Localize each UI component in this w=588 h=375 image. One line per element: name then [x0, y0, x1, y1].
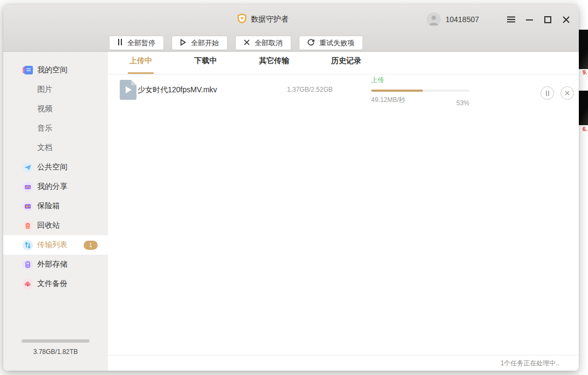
status-bar: 1个任务正在处理中..: [108, 355, 579, 371]
progress-bar-fill: [371, 90, 423, 92]
sidebar-item-label: 公共空间: [37, 162, 67, 172]
sidebar-item-my-share[interactable]: 我的分享: [3, 177, 108, 196]
retry-failed-icon: [307, 39, 314, 47]
user-id: 10418507: [446, 15, 479, 24]
storage-summary: 3.78GB/1.82TB: [3, 339, 108, 356]
maximize-icon[interactable]: [544, 16, 552, 24]
close-icon[interactable]: [562, 16, 570, 24]
sidebar-item-videos[interactable]: 视频: [3, 99, 108, 119]
progress-bar-track: [371, 90, 469, 92]
file-size: 1.37GB/2.52GB: [287, 86, 333, 93]
sidebar-item-label: 回收站: [37, 221, 60, 230]
my-share-icon: [23, 182, 33, 192]
storage-usage-bar: [22, 339, 90, 343]
transfer-speed: 49.12MB/秒: [371, 96, 469, 105]
background-label: 9.: [583, 69, 587, 76]
user-avatar[interactable]: [427, 12, 441, 26]
sidebar-item-label: 音乐: [37, 124, 52, 133]
pause-all-icon: [118, 39, 122, 47]
sidebar-item-label: 传输列表: [37, 240, 67, 250]
desktop: 9. 6. 数据守护者: [0, 0, 588, 375]
tab-downloading[interactable]: 下载中: [193, 56, 218, 74]
sidebar-item-recycle-bin[interactable]: 回收站: [3, 216, 108, 235]
minimize-icon[interactable]: [525, 16, 534, 24]
sidebar-item-label: 文档: [37, 143, 52, 153]
sidebar-item-public-space[interactable]: 公共空间: [3, 158, 108, 177]
transfer-direction-label: 上传: [371, 76, 469, 85]
sidebar-item-label: 图片: [37, 85, 52, 94]
public-space-icon: [23, 162, 33, 173]
file-name: 少女时代120fpsMV.mkv: [138, 85, 217, 95]
cancel-all-icon: [244, 39, 250, 47]
title-bar[interactable]: 数据守护者 10418507: [3, 4, 579, 35]
start-all-icon: [180, 39, 186, 47]
video-file-icon: [120, 80, 136, 102]
sidebar-item-label: 我的分享: [37, 182, 67, 192]
window-controls: [507, 16, 570, 24]
app-logo-shield-icon: [237, 13, 247, 25]
sidebar-item-external-storage[interactable]: 外部存储: [3, 255, 108, 274]
sidebar-item-music[interactable]: 音乐: [3, 119, 108, 138]
pause-task-button[interactable]: [541, 86, 554, 100]
background-thumbnail: [578, 30, 588, 69]
app-title-group: 数据守护者: [237, 4, 289, 35]
sidebar-item-safe-box[interactable]: 保险箱: [3, 196, 108, 216]
background-window: 9. 6.: [578, 0, 588, 375]
cancel-all-label: 全部取消: [255, 38, 283, 48]
menu-icon[interactable]: [507, 16, 515, 24]
my-space-icon: [23, 65, 33, 76]
tab-other-transfers[interactable]: 其它传输: [257, 56, 291, 74]
transfer-list-icon: [23, 240, 33, 250]
pause-all-label: 全部暂停: [127, 38, 155, 48]
background-thumbnail: [578, 91, 588, 125]
transfer-main: 上传中 下载中 其它传输 历史记录 少女时代120fpsMV.mkv 1.37G…: [108, 52, 579, 371]
transfer-count-badge: 1: [84, 241, 98, 250]
storage-usage-text: 3.78GB/1.82TB: [3, 348, 108, 356]
cancel-all-button[interactable]: 全部取消: [235, 36, 291, 50]
sidebar-item-documents[interactable]: 文档: [3, 138, 108, 158]
tab-history[interactable]: 历史记录: [330, 56, 363, 74]
retry-failed-button[interactable]: 重试失败项: [299, 36, 363, 50]
task-list-empty-area: [108, 106, 579, 355]
recycle-bin-icon: [23, 221, 33, 231]
title-toolbar-band: 数据守护者 10418507: [3, 4, 579, 52]
transfer-toolbar: 全部暂停 全部开始 全部取消: [109, 36, 363, 50]
sidebar-item-label: 保险箱: [37, 201, 60, 211]
background-label: 6.: [583, 126, 587, 132]
sidebar-item-label: 视频: [37, 104, 52, 114]
transfer-tabs: 上传中 下载中 其它传输 历史记录: [108, 52, 579, 74]
sidebar-item-label: 文件备份: [37, 279, 67, 289]
cancel-task-button[interactable]: [560, 86, 574, 100]
file-backup-icon: [23, 279, 33, 289]
tab-uploading[interactable]: 上传中: [128, 56, 154, 74]
retry-failed-label: 重试失败项: [319, 38, 354, 48]
transfer-percent: 53%: [456, 99, 469, 107]
sidebar-item-label: 外部存储: [37, 260, 67, 269]
app-window: 数据守护者 10418507: [3, 4, 579, 371]
sidebar-item-transfer-list[interactable]: 传输列表 1: [3, 235, 108, 255]
pause-all-button[interactable]: 全部暂停: [109, 36, 164, 50]
sidebar-item-file-backup[interactable]: 文件备份: [3, 274, 108, 294]
safe-box-icon: [23, 201, 33, 212]
sidebar-item-pictures[interactable]: 图片: [3, 80, 108, 99]
app-title: 数据守护者: [251, 15, 289, 24]
start-all-button[interactable]: 全部开始: [172, 36, 228, 50]
user-zone: 10418507: [427, 4, 570, 35]
progress-block: 上传 49.12MB/秒 53%: [371, 76, 469, 105]
status-text: 1个任务正在处理中..: [501, 359, 559, 368]
sidebar: 我的空间 图片 视频 音乐 文档: [3, 52, 108, 371]
upload-task-row[interactable]: 少女时代120fpsMV.mkv 1.37GB/2.52GB 上传 49.12M…: [108, 74, 579, 106]
external-storage-icon: [23, 260, 33, 270]
start-all-label: 全部开始: [191, 38, 219, 48]
sidebar-item-label: 我的空间: [37, 65, 67, 75]
sidebar-item-my-space[interactable]: 我的空间: [3, 60, 108, 80]
